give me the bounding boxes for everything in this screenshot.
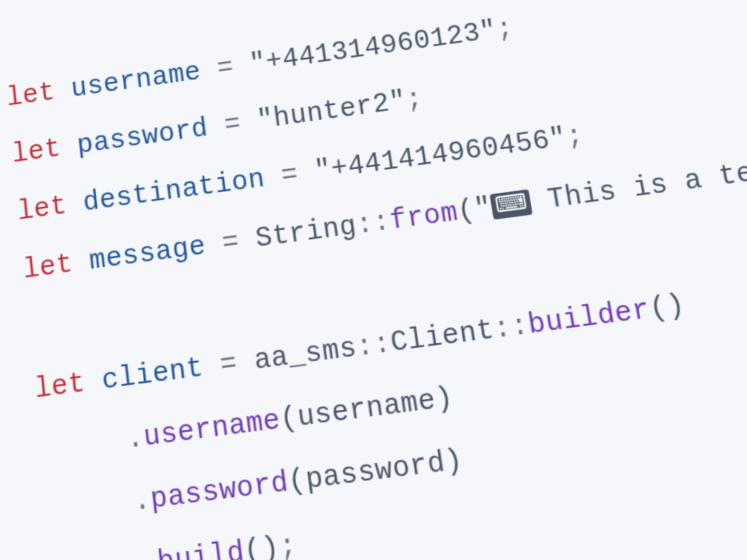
keyword: let [22, 249, 74, 286]
keyword: let [16, 190, 69, 227]
string-literal: "+441314960123" [248, 16, 499, 80]
method-password: password [149, 466, 291, 516]
var-destination: destination [82, 164, 267, 219]
var-message: message [88, 231, 207, 277]
type-client: Client [389, 314, 497, 359]
var-password: password [76, 113, 210, 161]
string-literal: "+441414960456" [313, 123, 569, 187]
keyword: let [11, 134, 63, 170]
method-build: build [156, 535, 247, 560]
var-client: client [101, 352, 205, 397]
type-string: String [254, 211, 359, 255]
method-from: from [388, 197, 460, 237]
keyword: let [33, 367, 87, 406]
string-literal: "hunter2" [255, 86, 408, 137]
method-builder: builder [526, 294, 653, 341]
keyboard-icon: ⌨ [490, 189, 533, 220]
code-block: let username = "+441314960123"; let pass… [207, 0, 747, 560]
var-username: username [70, 57, 203, 105]
method-username: username [142, 404, 282, 454]
keyword: let [5, 77, 57, 113]
